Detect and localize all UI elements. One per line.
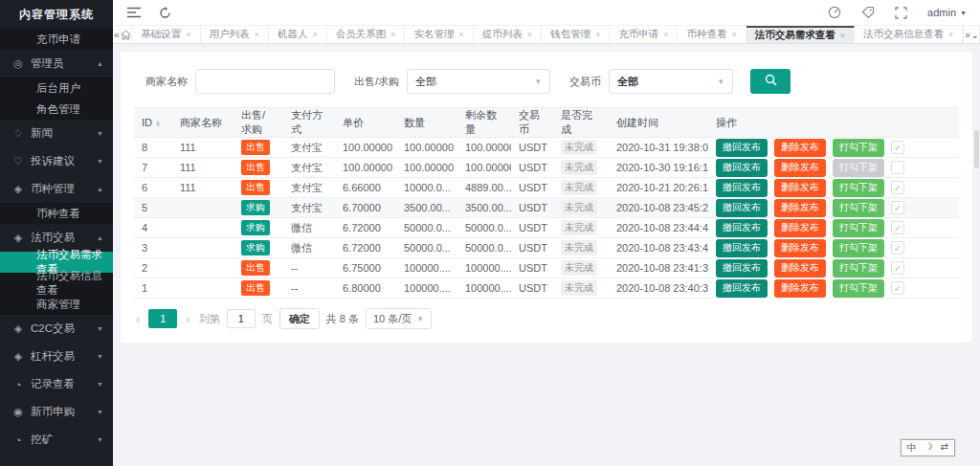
- close-tab-icon[interactable]: ×: [255, 30, 259, 39]
- chevron-up-icon: ▲: [97, 186, 103, 192]
- sidebar-item-label: 币种管理: [31, 182, 75, 196]
- search-button[interactable]: [750, 69, 791, 94]
- chevron-down-icon: ▼: [717, 78, 724, 86]
- takedown-button[interactable]: 打勾下架: [833, 239, 884, 257]
- cell-status: 未完成: [553, 178, 609, 198]
- withdraw-publish-button[interactable]: 撤回发布: [716, 179, 768, 197]
- scrollbar-thumb[interactable]: [974, 130, 979, 168]
- takedown-button[interactable]: 打勾下架: [833, 199, 884, 217]
- tab-会员关系图[interactable]: 会员关系图×: [327, 26, 406, 43]
- delete-publish-button[interactable]: 删除发布: [774, 219, 826, 237]
- tab-充币申请[interactable]: 充币申请×: [610, 26, 678, 43]
- takedown-checkbox[interactable]: ✓: [891, 141, 904, 154]
- sidebar-item-投诉建议[interactable]: ♡投诉建议▼: [0, 147, 113, 175]
- close-tab-icon[interactable]: ×: [840, 31, 845, 40]
- sidebar-item-币种管理[interactable]: ◈币种管理▲: [0, 175, 113, 203]
- confirm-page-button[interactable]: 确定: [279, 308, 320, 329]
- fullscreen-icon[interactable]: [894, 6, 908, 20]
- withdraw-publish-button[interactable]: 撤回发布: [716, 279, 768, 298]
- tab-币种查看[interactable]: 币种查看×: [678, 26, 746, 43]
- sidebar-item-杠杆交易[interactable]: ◈杠杆交易▼: [0, 343, 113, 370]
- takedown-button[interactable]: 打勾下架: [833, 139, 884, 157]
- current-page-button[interactable]: 1: [148, 309, 177, 328]
- cell-merchant: [172, 218, 234, 238]
- sidebar-item-管理员[interactable]: ◎管理员▲: [0, 50, 113, 78]
- next-page-icon[interactable]: ›: [184, 312, 191, 326]
- sidebar-item-角色管理[interactable]: 角色管理: [0, 99, 113, 120]
- close-tab-icon[interactable]: ×: [948, 30, 953, 39]
- delete-publish-button[interactable]: 删除发布: [774, 279, 826, 298]
- sidebar-item-币种查看[interactable]: 币种查看: [0, 203, 113, 224]
- takedown-button[interactable]: 打勾下架: [833, 179, 884, 197]
- cell-status: 未完成: [553, 278, 609, 299]
- close-tab-icon[interactable]: ×: [186, 30, 190, 39]
- delete-publish-button[interactable]: 删除发布: [774, 139, 826, 157]
- tab-法币交易需求查看[interactable]: 法币交易需求查看×: [746, 26, 855, 43]
- withdraw-publish-button[interactable]: 撤回发布: [716, 199, 768, 217]
- takedown-button[interactable]: 打勾下架: [833, 279, 884, 298]
- tab-法币交易信息查看[interactable]: 法币交易信息查看×: [855, 26, 963, 43]
- takedown-checkbox[interactable]: ✓: [891, 201, 904, 214]
- sidebar-item-C2C交易[interactable]: ◈C2C交易▼: [0, 315, 113, 343]
- tab-基础设置[interactable]: 基础设置×: [132, 26, 200, 43]
- tab-用户列表[interactable]: 用户列表×: [201, 26, 269, 43]
- page-size-select[interactable]: 10 条/页 ▼: [366, 308, 432, 329]
- delete-publish-button[interactable]: 删除发布: [774, 199, 826, 217]
- takedown-button[interactable]: 打勾下架: [833, 259, 884, 277]
- tab-机器人[interactable]: 机器人×: [269, 26, 327, 43]
- tab-钱包管理[interactable]: 钱包管理×: [542, 26, 610, 43]
- close-tab-icon[interactable]: ×: [527, 30, 532, 39]
- delete-publish-button[interactable]: 删除发布: [774, 159, 826, 177]
- tag-icon[interactable]: [860, 6, 875, 20]
- delete-publish-button[interactable]: 删除发布: [774, 179, 826, 197]
- delete-publish-button[interactable]: 删除发布: [774, 239, 826, 257]
- sidebar-item-label: 法币交易信息查看: [36, 269, 113, 298]
- withdraw-publish-button[interactable]: 撤回发布: [716, 219, 768, 237]
- coin-filter-select[interactable]: 全部 ▼: [609, 69, 733, 94]
- sidebar-item-新币申购[interactable]: ◉新币申购▼: [0, 398, 113, 426]
- tabs-scroll-right-icon[interactable]: »: [963, 26, 970, 43]
- withdraw-publish-button[interactable]: 撤回发布: [716, 139, 768, 157]
- tabs-menu-icon[interactable]: ⌄: [971, 26, 980, 43]
- prev-page-icon[interactable]: ‹: [134, 312, 142, 326]
- close-tab-icon[interactable]: ×: [595, 30, 600, 39]
- dashboard-icon[interactable]: [827, 6, 841, 20]
- tab-提币列表[interactable]: 提币列表×: [474, 26, 542, 43]
- takedown-checkbox[interactable]: ✓: [891, 281, 904, 295]
- takedown-button[interactable]: 打勾下架: [833, 219, 884, 237]
- goto-page-input[interactable]: [227, 309, 256, 328]
- sidebar-item-记录查看[interactable]: ◔记录查看▼: [0, 370, 113, 398]
- sort-icon[interactable]: ▲▼: [155, 120, 161, 127]
- delete-publish-button[interactable]: 删除发布: [774, 259, 826, 277]
- merchant-name-input[interactable]: [195, 69, 335, 94]
- menu-fold-icon[interactable]: [126, 6, 141, 20]
- home-tab-icon[interactable]: [121, 26, 132, 43]
- takedown-checkbox[interactable]: ✓: [891, 241, 904, 255]
- sidebar-item-新闻[interactable]: ♢新闻▼: [0, 120, 113, 147]
- sidebar-item-挖矿[interactable]: ◔挖矿▼: [0, 426, 113, 454]
- user-menu[interactable]: admin ▼: [927, 7, 967, 18]
- takedown-checkbox[interactable]: ✓: [891, 221, 904, 234]
- close-tab-icon[interactable]: ×: [663, 30, 668, 39]
- takedown-checkbox[interactable]: ✓: [891, 261, 904, 275]
- sidebar-item-后台用户[interactable]: 后台用户: [0, 78, 113, 99]
- tab-实名管理[interactable]: 实名管理×: [405, 26, 473, 43]
- close-tab-icon[interactable]: ×: [390, 30, 395, 39]
- withdraw-publish-button[interactable]: 撤回发布: [716, 159, 768, 177]
- ime-toolbar[interactable]: 中 ☽ ⇄: [901, 439, 955, 456]
- sidebar-item-法币交易信息查看[interactable]: 法币交易信息查看: [0, 273, 113, 294]
- cell-status: 未完成: [553, 238, 609, 258]
- tabs-scroll-left-icon[interactable]: «: [113, 26, 121, 43]
- sidebar-item-充币申请[interactable]: 充币申请: [0, 29, 113, 50]
- side-filter-select[interactable]: 全部 ▼: [407, 69, 550, 94]
- close-tab-icon[interactable]: ×: [312, 30, 317, 39]
- close-tab-icon[interactable]: ×: [731, 30, 736, 39]
- withdraw-publish-button[interactable]: 撤回发布: [716, 259, 768, 277]
- refresh-icon[interactable]: [158, 6, 172, 20]
- close-tab-icon[interactable]: ×: [458, 30, 463, 39]
- withdraw-publish-button[interactable]: 撤回发布: [716, 239, 768, 257]
- leverage-trade-icon: ◈: [12, 350, 24, 363]
- coin-filter-label: 交易币: [569, 75, 601, 89]
- takedown-checkbox[interactable]: [891, 161, 904, 174]
- takedown-checkbox[interactable]: ✓: [891, 181, 904, 194]
